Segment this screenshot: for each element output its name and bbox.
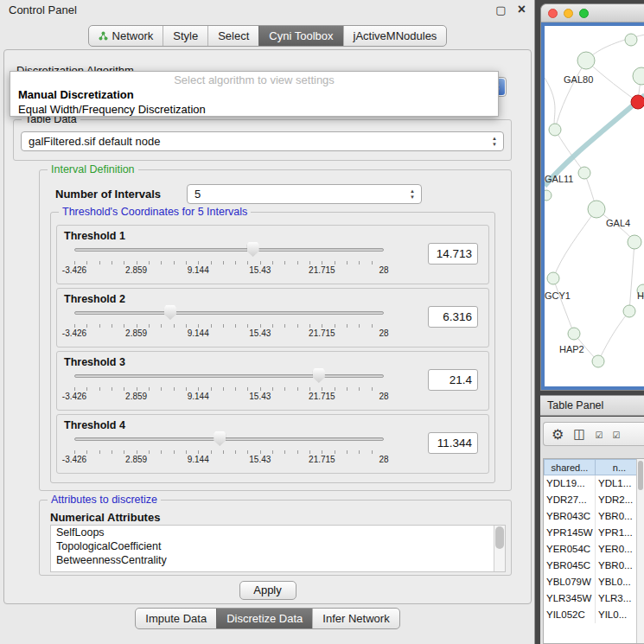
threshold-slider[interactable] <box>74 367 384 385</box>
dropdown-placeholder: Select algorithm to view settings <box>10 73 498 87</box>
highlighted-node[interactable] <box>631 95 644 109</box>
list-item[interactable]: SelfLoops <box>51 526 505 539</box>
interval-definition-title: Interval Definition <box>48 163 138 175</box>
slider-thumb[interactable] <box>313 368 325 383</box>
tab-select[interactable]: Select <box>207 26 258 46</box>
table-row[interactable]: YER054C YER0... <box>544 541 644 558</box>
slider-scale: -3.426 2.859 9.144 15.43 21.715 28 <box>74 265 384 276</box>
attributes-title: Attributes to discretize <box>48 494 161 506</box>
slider-scale: -3.426 2.859 9.144 15.43 21.715 28 <box>74 392 384 402</box>
table-data-combobox[interactable]: galFiltered.sif default node <box>21 131 504 151</box>
table-data-group: Table Data galFiltered.sif default node <box>13 119 512 161</box>
slider-ticks <box>74 387 384 391</box>
threshold-slider[interactable] <box>74 430 384 448</box>
svg-text:GAL80: GAL80 <box>564 74 593 85</box>
table-panel-header: Table Panel <box>540 395 644 416</box>
svg-text:H: H <box>637 290 644 301</box>
slider-track <box>74 437 384 441</box>
minimize-button[interactable] <box>564 9 573 18</box>
dropdown-option-equal-width-frequency[interactable]: Equal Width/Frequency Discretization <box>10 102 498 117</box>
slider-scale: -3.426 2.859 9.144 15.43 21.715 28 <box>74 455 384 465</box>
table-panel: shared... n... YDL19... YDL1... YDR27...… <box>540 417 644 644</box>
columns-icon[interactable] <box>573 426 585 442</box>
threshold-label: Threshold 4 <box>64 419 125 431</box>
threshold-panel: Threshold 3 -3.426 2.859 9.144 15.43 21.… <box>56 351 489 411</box>
dropdown-option-manual-discretization[interactable]: Manual Discretization <box>10 87 498 102</box>
table-row[interactable]: YBL079W YBL0... <box>544 574 644 590</box>
close-button[interactable] <box>548 9 558 18</box>
slider-track <box>74 248 384 252</box>
threshold-panel: Threshold 1 -3.426 2.859 9.144 15.43 21.… <box>56 225 489 284</box>
cyni-toolbox-panel: Discretization Algorithm Select algorith… <box>3 49 532 604</box>
select-check-icon[interactable] <box>596 426 603 442</box>
slider-thumb[interactable] <box>214 431 226 446</box>
numerical-attributes-heading: Numerical Attributes <box>50 511 160 524</box>
zoom-button[interactable] <box>579 9 589 18</box>
network-canvas[interactable]: GAL80 GAL11 GAL4 GCY1 HAP2 H <box>545 26 644 386</box>
table-header-row: shared... n... <box>544 459 644 475</box>
tab-style[interactable]: Style <box>163 26 207 46</box>
threshold-value-field[interactable]: 21.4 <box>428 369 478 391</box>
column-header[interactable]: shared... <box>544 459 596 475</box>
svg-text:GAL4: GAL4 <box>606 218 630 228</box>
network-nodes[interactable] <box>545 34 644 367</box>
table-row[interactable]: YPR145W YPR1... <box>544 525 644 541</box>
network-view-frame: GAL80 GAL11 GAL4 GCY1 HAP2 H <box>541 22 644 390</box>
slider-track <box>74 374 384 378</box>
threshold-value-field[interactable]: 14.713 <box>428 243 478 265</box>
threshold-slider[interactable] <box>74 241 384 258</box>
tab-cyni-toolbox[interactable]: Cyni Toolbox <box>258 26 342 46</box>
attributes-group: Attributes to discretize Numerical Attri… <box>39 500 512 576</box>
bottom-tab-bar: Impute Data Discretize Data Infer Networ… <box>0 608 535 629</box>
tab-infer-network[interactable]: Infer Network <box>312 609 399 628</box>
tab-discretize-data[interactable]: Discretize Data <box>216 609 312 628</box>
table-row[interactable]: YBR045C YBR0... <box>544 558 644 574</box>
table-row[interactable]: YDL19... YDL1... <box>544 475 644 492</box>
threshold-value-field[interactable]: 11.344 <box>428 432 478 454</box>
stepper-icon <box>408 188 417 201</box>
apply-button[interactable]: Apply <box>239 581 296 600</box>
tab-jactivemnodules[interactable]: jActiveMNodules <box>343 26 447 46</box>
slider-ticks <box>74 450 384 454</box>
network-view-window: GAL80 GAL11 GAL4 GCY1 HAP2 H <box>540 3 644 391</box>
svg-text:GCY1: GCY1 <box>545 290 571 301</box>
table-row[interactable]: YBR043C YBR0... <box>544 508 644 525</box>
table-panel-title: Table Panel <box>547 399 603 411</box>
close-window-icon[interactable] <box>518 2 526 17</box>
window-title: Control Panel <box>9 3 77 16</box>
slider-thumb[interactable] <box>247 242 259 257</box>
attributes-list[interactable]: SelfLoops TopologicalCoefficient Between… <box>50 525 506 572</box>
top-tab-bar: Network Style Select Cyni Toolbox jActiv… <box>0 25 535 47</box>
number-of-intervals-combobox[interactable]: 5 <box>187 184 422 204</box>
svg-text:HAP2: HAP2 <box>559 344 584 354</box>
select-check-icon[interactable] <box>613 426 621 442</box>
attributes-scrollbar[interactable] <box>494 526 505 571</box>
tab-impute-data[interactable]: Impute Data <box>136 609 216 628</box>
threshold-label: Threshold 3 <box>64 356 125 368</box>
table-row[interactable]: YLR345W YLR3... <box>544 590 644 607</box>
slider-thumb[interactable] <box>164 305 176 320</box>
network-icon <box>99 31 108 41</box>
threshold-label: Threshold 1 <box>64 230 125 242</box>
stepper-icon <box>490 136 499 148</box>
control-panel-window: Control Panel Network Style Select Cyni … <box>0 0 535 644</box>
float-window-icon[interactable] <box>495 3 506 16</box>
gear-icon[interactable] <box>552 426 564 443</box>
network-window-titlebar <box>541 4 644 22</box>
list-item[interactable]: TopologicalCoefficient <box>51 539 505 553</box>
slider-scale: -3.426 2.859 9.144 15.43 21.715 28 <box>74 328 384 339</box>
threshold-value-field[interactable]: 6.316 <box>428 306 478 328</box>
tab-network[interactable]: Network <box>89 26 163 46</box>
slider-track <box>74 311 384 315</box>
table-row[interactable]: YIL052C YIL0... <box>544 607 644 623</box>
control-panel-titlebar: Control Panel <box>0 0 534 19</box>
table-scrollbar[interactable] <box>636 459 644 643</box>
interval-definition-group: Interval Definition Number of Intervals … <box>39 169 512 491</box>
slider-ticks <box>74 261 384 265</box>
number-of-intervals-label: Number of Intervals <box>55 188 161 201</box>
thick-edge <box>545 95 644 186</box>
slider-ticks <box>74 324 384 328</box>
table-row[interactable]: YDR27... YDR2... <box>544 492 644 508</box>
threshold-slider[interactable] <box>74 304 384 322</box>
list-item[interactable]: BetweennessCentrality <box>51 553 505 567</box>
